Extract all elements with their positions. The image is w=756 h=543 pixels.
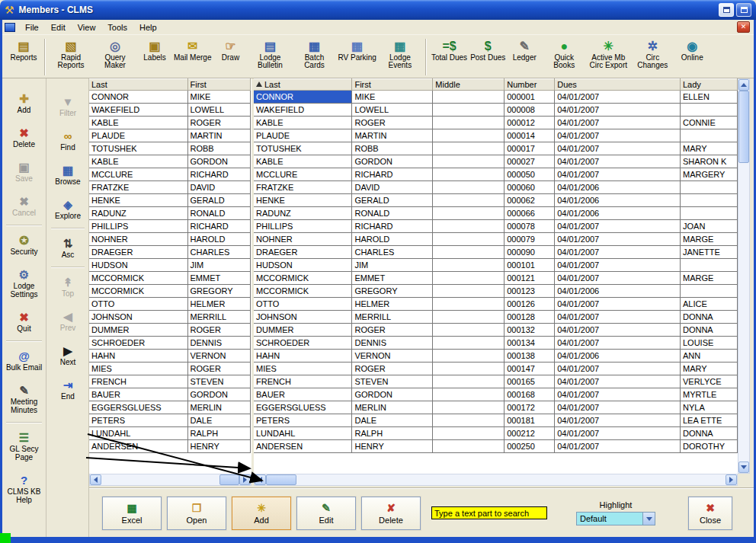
scroll-left-button[interactable] — [255, 474, 266, 485]
cell-first[interactable]: ROGER — [352, 363, 433, 375]
cell-middle[interactable] — [433, 117, 505, 129]
cell-first[interactable]: DALE — [187, 414, 250, 427]
toolbar-rv-parking-button[interactable]: ▦RV Parking — [336, 38, 377, 62]
cell-last[interactable]: HENKE — [89, 194, 187, 207]
cell-number[interactable]: 000066 — [505, 207, 555, 220]
scroll-left-button[interactable] — [90, 474, 101, 485]
cell-last[interactable]: NOHNER — [89, 233, 187, 246]
hscroll-track[interactable] — [296, 474, 726, 485]
cell-last[interactable]: RADUNZ — [89, 207, 187, 220]
cell-number[interactable]: 000062 — [505, 194, 555, 207]
toolbar-reports-button[interactable]: ▤Reports — [6, 38, 41, 62]
cell-dues[interactable]: 04/01/2007 — [555, 427, 681, 440]
cell-lady[interactable]: MARY — [680, 142, 737, 155]
explore-button[interactable]: ◈Explore — [47, 192, 88, 226]
cell-middle[interactable] — [433, 207, 505, 220]
security-button[interactable]: ✪Security — [2, 228, 46, 262]
cell-last[interactable]: HUDSON — [89, 259, 187, 272]
cell-middle[interactable] — [433, 259, 505, 272]
cell-first[interactable]: RICHARD — [187, 220, 250, 233]
cell-dues[interactable]: 04/01/2007 — [555, 142, 681, 155]
vertical-scroll-thumb[interactable] — [738, 91, 749, 163]
cell-last[interactable]: BAUER — [89, 388, 187, 401]
cell-number[interactable]: 000027 — [505, 155, 555, 168]
cell-middle[interactable] — [433, 129, 505, 142]
cell-middle[interactable] — [433, 142, 505, 155]
cell-number[interactable]: 000101 — [505, 259, 555, 272]
cell-first[interactable]: GERALD — [187, 194, 250, 207]
cell-last[interactable]: SCHROEDER — [89, 337, 187, 350]
cell-lady[interactable]: ANN — [680, 350, 737, 363]
cell-last[interactable]: OTTO — [254, 298, 352, 311]
cell-last[interactable]: DRAEGER — [89, 246, 187, 259]
asc-button[interactable]: ⇅Asc — [47, 231, 88, 265]
cell-last[interactable]: DUMMER — [89, 324, 187, 337]
toolbar-lodge-events-button[interactable]: ▦Lodge Events — [378, 38, 422, 70]
cell-lady[interactable]: CONNIE — [680, 117, 737, 129]
cell-dues[interactable]: 04/01/2007 — [555, 155, 681, 168]
cell-middle[interactable] — [433, 440, 505, 453]
cell-lady[interactable] — [680, 207, 737, 220]
cell-last[interactable]: PLAUDE — [254, 129, 352, 142]
edit-button[interactable]: ✎Edit — [296, 497, 356, 530]
cell-dues[interactable]: 04/01/2007 — [555, 220, 681, 233]
cell-middle[interactable] — [433, 272, 505, 285]
cell-first[interactable]: ROGER — [187, 324, 250, 337]
cell-dues[interactable]: 04/01/2007 — [555, 104, 681, 117]
hscroll-thumb[interactable] — [219, 474, 239, 485]
cell-first[interactable]: MERLIN — [352, 401, 433, 414]
cell-first[interactable]: ROGER — [187, 117, 250, 129]
cell-lady[interactable]: SHARON K — [680, 155, 737, 168]
cell-lady[interactable]: MARGE — [680, 272, 737, 285]
cell-lady[interactable]: DONNA — [680, 311, 737, 324]
cell-lady[interactable] — [680, 194, 737, 207]
cell-number[interactable]: 000123 — [505, 285, 555, 298]
cell-number[interactable]: 000138 — [505, 350, 555, 363]
cell-first[interactable]: MIKE — [352, 91, 433, 104]
cell-last[interactable]: MCCORMICK — [254, 272, 352, 285]
cell-last[interactable]: SCHROEDER — [254, 337, 352, 350]
cell-middle[interactable] — [433, 155, 505, 168]
cell-first[interactable]: HELMER — [187, 298, 250, 311]
cell-first[interactable]: RONALD — [352, 207, 433, 220]
cell-first[interactable]: RONALD — [187, 207, 250, 220]
cell-first[interactable]: MARTIN — [352, 129, 433, 142]
highlight-select[interactable]: Default — [576, 512, 655, 525]
cell-first[interactable]: ROGER — [187, 363, 250, 375]
cell-last[interactable]: MIES — [254, 363, 352, 375]
scroll-right-button[interactable] — [239, 474, 251, 485]
scroll-down-button[interactable] — [738, 462, 749, 473]
column-header-first[interactable]: First — [187, 79, 250, 91]
column-header-middle[interactable]: Middle — [433, 79, 505, 91]
excel-button[interactable]: ▦Excel — [102, 497, 162, 530]
cell-first[interactable]: DALE — [352, 414, 433, 427]
cell-last[interactable]: WAKEFIELD — [254, 104, 352, 117]
cell-first[interactable]: HENRY — [187, 440, 250, 453]
cell-lady[interactable] — [680, 104, 737, 117]
cell-middle[interactable] — [433, 414, 505, 427]
cell-middle[interactable] — [433, 104, 505, 117]
cell-middle[interactable] — [433, 375, 505, 388]
cell-last[interactable]: KABLE — [89, 117, 187, 129]
left-grid-hscrollbar[interactable] — [89, 474, 251, 486]
cell-middle[interactable] — [433, 285, 505, 298]
cell-middle[interactable] — [433, 233, 505, 246]
cell-number[interactable]: 000050 — [505, 168, 555, 181]
cell-last[interactable]: DUMMER — [254, 324, 352, 337]
cell-last[interactable]: CONNOR — [89, 91, 187, 104]
cell-first[interactable]: RICHARD — [187, 168, 250, 181]
hscroll-track[interactable] — [101, 474, 239, 485]
cell-number[interactable]: 000165 — [505, 375, 555, 388]
cell-dues[interactable]: 04/01/2007 — [555, 246, 681, 259]
cell-middle[interactable] — [433, 401, 505, 414]
cell-last[interactable]: MCCLURE — [254, 168, 352, 181]
cell-first[interactable]: GERALD — [352, 194, 433, 207]
cell-number[interactable]: 000090 — [505, 246, 555, 259]
cell-lady[interactable]: JANETTE — [680, 246, 737, 259]
cell-first[interactable]: RICHARD — [352, 168, 433, 181]
scroll-up-button[interactable] — [738, 79, 749, 91]
cell-dues[interactable]: 04/01/2007 — [555, 401, 681, 414]
browse-button[interactable]: ▦Browse — [47, 158, 88, 192]
cell-last[interactable]: EGGERSGLUESS — [254, 401, 352, 414]
cell-last[interactable]: DRAEGER — [254, 246, 352, 259]
